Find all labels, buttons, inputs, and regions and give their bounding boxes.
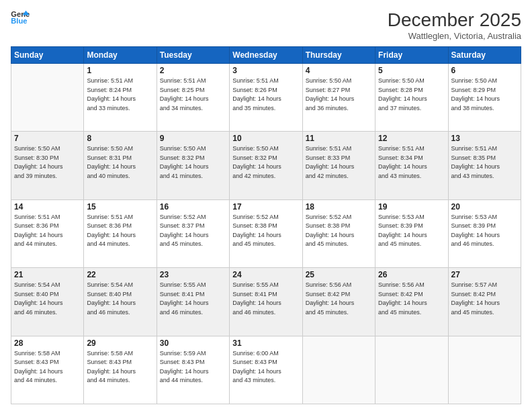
cell-details: Sunrise: 5:51 AMSunset: 8:36 PMDaylight:… [14,214,63,248]
cell-details: Sunrise: 5:55 AMSunset: 8:41 PMDaylight:… [232,281,281,316]
calendar-cell: 26 Sunrise: 5:56 AMSunset: 8:42 PMDaylig… [375,268,448,336]
calendar-cell: 19 Sunrise: 5:53 AMSunset: 8:39 PMDaylig… [375,199,448,267]
calendar-cell: 17 Sunrise: 5:52 AMSunset: 8:38 PMDaylig… [230,199,302,267]
day-number: 17 [232,202,299,212]
cell-details: Sunrise: 5:53 AMSunset: 8:39 PMDaylight:… [451,214,500,248]
cell-details: Sunrise: 5:52 AMSunset: 8:37 PMDaylight:… [160,214,209,248]
day-number: 27 [451,270,518,279]
header-sunday: Sunday [11,47,84,64]
cell-details: Sunrise: 5:50 AMSunset: 8:32 PMDaylight:… [232,145,281,179]
day-number: 4 [306,66,372,75]
calendar-week-5: 28 Sunrise: 5:58 AMSunset: 8:43 PMDaylig… [11,336,521,404]
day-number: 21 [14,270,81,279]
header-row: Sunday Monday Tuesday Wednesday Thursday… [11,47,521,64]
header-saturday: Saturday [448,47,521,64]
day-number: 23 [160,270,226,279]
calendar-cell [448,336,521,404]
header-tuesday: Tuesday [157,47,229,64]
calendar-cell: 11 Sunrise: 5:51 AMSunset: 8:33 PMDaylig… [302,132,375,199]
day-number: 10 [232,134,299,143]
cell-details: Sunrise: 5:59 AMSunset: 8:43 PMDaylight:… [160,350,209,384]
cell-details: Sunrise: 5:51 AMSunset: 8:24 PMDaylight:… [87,77,136,111]
day-number: 7 [14,134,81,143]
cell-details: Sunrise: 5:50 AMSunset: 8:31 PMDaylight:… [87,145,136,179]
calendar-cell: 29 Sunrise: 5:58 AMSunset: 8:43 PMDaylig… [84,336,157,404]
cell-details: Sunrise: 5:51 AMSunset: 8:26 PMDaylight:… [232,77,281,111]
calendar-cell: 23 Sunrise: 5:55 AMSunset: 8:41 PMDaylig… [157,268,229,336]
calendar-cell [302,336,375,404]
cell-details: Sunrise: 5:56 AMSunset: 8:42 PMDaylight:… [378,281,427,316]
header: General Blue December 2025 Wattleglen, V… [11,9,521,41]
calendar-cell: 24 Sunrise: 5:55 AMSunset: 8:41 PMDaylig… [230,268,302,336]
calendar-cell: 6 Sunrise: 5:50 AMSunset: 8:29 PMDayligh… [448,64,521,132]
calendar-cell [11,64,84,132]
calendar-cell: 22 Sunrise: 5:54 AMSunset: 8:40 PMDaylig… [84,268,157,336]
day-number: 2 [160,66,226,75]
calendar-cell: 2 Sunrise: 5:51 AMSunset: 8:25 PMDayligh… [157,64,229,132]
cell-details: Sunrise: 6:00 AMSunset: 8:43 PMDaylight:… [232,350,281,384]
day-number: 15 [87,202,153,212]
calendar-cell: 18 Sunrise: 5:52 AMSunset: 8:38 PMDaylig… [302,199,375,267]
day-number: 1 [87,66,153,75]
cell-details: Sunrise: 5:50 AMSunset: 8:32 PMDaylight:… [160,145,209,179]
calendar-cell: 14 Sunrise: 5:51 AMSunset: 8:36 PMDaylig… [11,199,84,267]
calendar-cell: 8 Sunrise: 5:50 AMSunset: 8:31 PMDayligh… [84,132,157,199]
day-number: 26 [378,270,445,279]
calendar-week-2: 7 Sunrise: 5:50 AMSunset: 8:30 PMDayligh… [11,132,521,199]
cell-details: Sunrise: 5:51 AMSunset: 8:33 PMDaylight:… [306,145,355,179]
logo-icon: General Blue [11,9,30,26]
header-monday: Monday [84,47,157,64]
cell-details: Sunrise: 5:57 AMSunset: 8:42 PMDaylight:… [451,281,500,316]
cell-details: Sunrise: 5:51 AMSunset: 8:25 PMDaylight:… [160,77,209,111]
cell-details: Sunrise: 5:52 AMSunset: 8:38 PMDaylight:… [306,214,355,248]
day-number: 25 [306,270,372,279]
svg-text:Blue: Blue [11,17,27,25]
location: Wattleglen, Victoria, Australia [388,31,521,41]
calendar-table: Sunday Monday Tuesday Wednesday Thursday… [11,46,521,404]
cell-details: Sunrise: 5:55 AMSunset: 8:41 PMDaylight:… [160,281,209,316]
calendar-week-3: 14 Sunrise: 5:51 AMSunset: 8:36 PMDaylig… [11,199,521,267]
calendar-cell: 4 Sunrise: 5:50 AMSunset: 8:27 PMDayligh… [302,64,375,132]
cell-details: Sunrise: 5:50 AMSunset: 8:28 PMDaylight:… [378,77,427,111]
day-number: 29 [87,338,153,348]
calendar-cell: 16 Sunrise: 5:52 AMSunset: 8:37 PMDaylig… [157,199,229,267]
day-number: 8 [87,134,153,143]
calendar-week-4: 21 Sunrise: 5:54 AMSunset: 8:40 PMDaylig… [11,268,521,336]
day-number: 24 [232,270,299,279]
cell-details: Sunrise: 5:53 AMSunset: 8:39 PMDaylight:… [378,214,427,248]
calendar-cell: 12 Sunrise: 5:51 AMSunset: 8:34 PMDaylig… [375,132,448,199]
day-number: 22 [87,270,153,279]
calendar-cell: 27 Sunrise: 5:57 AMSunset: 8:42 PMDaylig… [448,268,521,336]
cell-details: Sunrise: 5:54 AMSunset: 8:40 PMDaylight:… [87,281,136,316]
calendar-cell: 3 Sunrise: 5:51 AMSunset: 8:26 PMDayligh… [230,64,302,132]
cell-details: Sunrise: 5:52 AMSunset: 8:38 PMDaylight:… [232,214,281,248]
cell-details: Sunrise: 5:50 AMSunset: 8:29 PMDaylight:… [451,77,500,111]
day-number: 13 [451,134,518,143]
day-number: 31 [232,338,299,348]
calendar-cell: 7 Sunrise: 5:50 AMSunset: 8:30 PMDayligh… [11,132,84,199]
calendar-week-1: 1 Sunrise: 5:51 AMSunset: 8:24 PMDayligh… [11,64,521,132]
cell-details: Sunrise: 5:58 AMSunset: 8:43 PMDaylight:… [87,350,136,384]
day-number: 3 [232,66,299,75]
month-title: December 2025 [388,9,521,31]
cell-details: Sunrise: 5:56 AMSunset: 8:42 PMDaylight:… [306,281,355,316]
day-number: 30 [160,338,226,348]
calendar-cell: 30 Sunrise: 5:59 AMSunset: 8:43 PMDaylig… [157,336,229,404]
cell-details: Sunrise: 5:51 AMSunset: 8:36 PMDaylight:… [87,214,136,248]
calendar-cell: 21 Sunrise: 5:54 AMSunset: 8:40 PMDaylig… [11,268,84,336]
calendar-cell: 20 Sunrise: 5:53 AMSunset: 8:39 PMDaylig… [448,199,521,267]
calendar-cell [375,336,448,404]
day-number: 6 [451,66,518,75]
calendar-cell: 31 Sunrise: 6:00 AMSunset: 8:43 PMDaylig… [230,336,302,404]
header-wednesday: Wednesday [230,47,302,64]
calendar-cell: 10 Sunrise: 5:50 AMSunset: 8:32 PMDaylig… [230,132,302,199]
cell-details: Sunrise: 5:54 AMSunset: 8:40 PMDaylight:… [14,281,63,316]
day-number: 16 [160,202,226,212]
day-number: 9 [160,134,226,143]
day-number: 18 [306,202,372,212]
day-number: 12 [378,134,445,143]
day-number: 20 [451,202,518,212]
title-block: December 2025 Wattleglen, Victoria, Aust… [388,9,521,41]
logo: General Blue [11,9,30,26]
cell-details: Sunrise: 5:51 AMSunset: 8:35 PMDaylight:… [451,145,500,179]
